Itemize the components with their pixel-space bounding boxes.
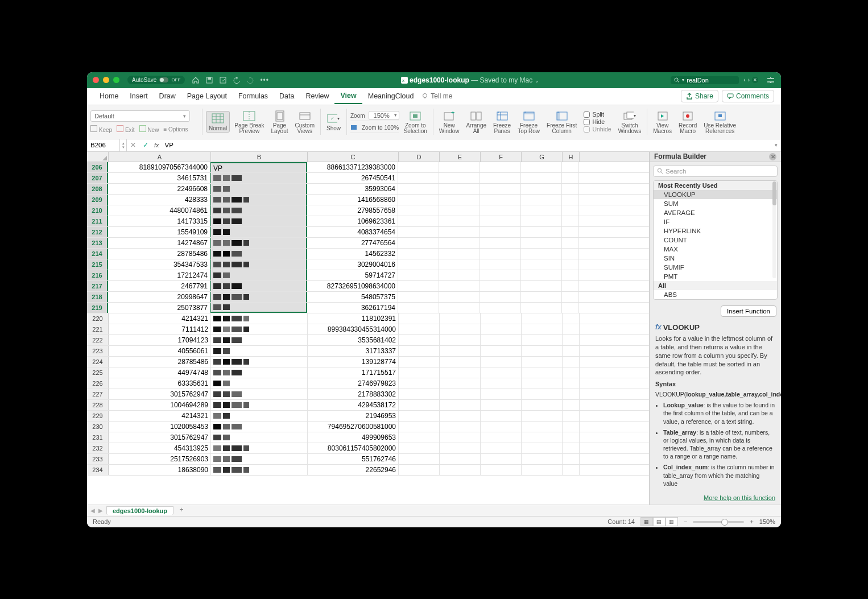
cell[interactable] xyxy=(211,422,308,432)
cell[interactable] xyxy=(562,227,579,237)
sheet-nav-prev[interactable]: ◀ xyxy=(90,507,95,514)
new-window-button[interactable]: +NewWindow xyxy=(437,109,462,135)
cell[interactable]: 803061157405802000 xyxy=(308,443,399,453)
formula-expand-button[interactable]: ▾ xyxy=(771,142,781,148)
cell[interactable]: 63335631 xyxy=(109,378,211,389)
cell[interactable] xyxy=(210,216,307,226)
cell[interactable] xyxy=(563,443,580,453)
column-header-C[interactable]: C xyxy=(308,152,399,162)
zoom-select[interactable]: 150% xyxy=(369,111,399,120)
arrange-all-button[interactable]: ArrangeAll xyxy=(464,109,489,135)
cell[interactable]: 44974748 xyxy=(109,367,211,378)
table-row[interactable]: 20734615731267450541 xyxy=(87,173,649,184)
row-header[interactable]: 233 xyxy=(87,454,109,464)
cell[interactable] xyxy=(211,465,308,475)
function-item[interactable]: SUM xyxy=(654,199,777,208)
cell[interactable] xyxy=(440,313,481,324)
cell[interactable] xyxy=(211,378,308,389)
hide-checkbox[interactable]: Hide xyxy=(584,118,611,125)
cell[interactable] xyxy=(211,335,308,345)
column-header-D[interactable]: D xyxy=(399,152,440,162)
close-window-button[interactable] xyxy=(93,77,99,83)
sheet-tab[interactable]: edges1000-lookup xyxy=(106,506,173,515)
cell[interactable]: 4480074861 xyxy=(108,205,210,216)
table-row[interactable]: 2332517526903551762746 xyxy=(87,454,649,465)
cell[interactable]: 14274867 xyxy=(108,238,210,248)
cell[interactable] xyxy=(480,195,521,205)
cell[interactable] xyxy=(481,313,522,324)
cell[interactable]: 3015762947 xyxy=(109,432,211,443)
cell[interactable] xyxy=(399,378,440,389)
cell[interactable] xyxy=(522,324,563,334)
cell[interactable] xyxy=(562,162,579,172)
cell[interactable] xyxy=(481,411,522,421)
table-row[interactable]: 2153543475333029004016 xyxy=(87,259,649,270)
cell[interactable] xyxy=(440,335,481,345)
page-layout-view-icon[interactable]: ▤ xyxy=(653,517,666,526)
row-header[interactable]: 226 xyxy=(87,378,109,389)
cell[interactable]: 25073877 xyxy=(108,303,210,313)
freeze-panes-button[interactable]: *FreezePanes xyxy=(491,109,513,135)
cell[interactable]: 499909653 xyxy=(308,432,399,443)
cell[interactable] xyxy=(440,443,481,453)
cell[interactable] xyxy=(439,238,480,248)
function-item[interactable]: MAX xyxy=(654,245,777,254)
share-button[interactable]: Share xyxy=(681,90,718,102)
cell[interactable] xyxy=(562,249,579,259)
cell[interactable] xyxy=(480,173,521,183)
cell[interactable]: 18638090 xyxy=(109,465,211,475)
autosave-toggle[interactable]: AutoSave OFF xyxy=(127,76,185,84)
row-header[interactable]: 224 xyxy=(87,357,109,367)
search-box[interactable]: ▾ realDon xyxy=(671,76,739,84)
cell[interactable]: 4083374654 xyxy=(307,227,398,237)
cell[interactable] xyxy=(439,216,480,226)
cell[interactable] xyxy=(562,281,579,291)
cell[interactable] xyxy=(480,249,521,259)
cell[interactable] xyxy=(211,411,308,421)
cell[interactable] xyxy=(399,324,440,334)
function-item[interactable]: HYPERLINK xyxy=(654,226,777,236)
cell[interactable] xyxy=(481,422,522,432)
cell[interactable] xyxy=(440,367,481,378)
cell[interactable] xyxy=(563,432,580,443)
cell[interactable] xyxy=(398,227,439,237)
function-item[interactable]: COUNT xyxy=(654,236,777,245)
table-row[interactable]: 206818910970567344000VP88661337123938300… xyxy=(87,162,649,173)
cell[interactable]: 4214321 xyxy=(109,313,211,324)
row-header[interactable]: 228 xyxy=(87,400,109,410)
cell[interactable] xyxy=(521,184,562,194)
cell[interactable] xyxy=(563,389,580,399)
row-header[interactable]: 215 xyxy=(87,259,108,270)
cell[interactable] xyxy=(398,184,439,194)
autosave-switch[interactable] xyxy=(159,77,168,82)
cell[interactable] xyxy=(210,184,307,194)
cell[interactable] xyxy=(481,357,522,367)
cell[interactable]: 428333 xyxy=(108,195,210,205)
row-header[interactable]: 221 xyxy=(87,324,109,334)
cell[interactable] xyxy=(562,184,579,194)
table-row[interactable]: 21820998647548057375 xyxy=(87,292,649,303)
row-header[interactable]: 220 xyxy=(87,313,109,324)
cell[interactable] xyxy=(399,389,440,399)
zoom-in-button[interactable]: + xyxy=(750,518,753,525)
cell[interactable] xyxy=(399,357,440,367)
row-header[interactable]: 211 xyxy=(87,216,108,226)
cell[interactable] xyxy=(522,313,563,324)
cell[interactable] xyxy=(211,313,308,324)
cell[interactable]: 1069623361 xyxy=(307,216,398,226)
sheet-nav-next[interactable]: ▶ xyxy=(98,507,103,514)
row-header[interactable]: 213 xyxy=(87,238,108,248)
tab-page-layout[interactable]: Page Layout xyxy=(181,92,233,100)
row-header[interactable]: 218 xyxy=(87,292,108,302)
cell[interactable] xyxy=(562,205,579,216)
cell[interactable] xyxy=(480,303,521,313)
table-row[interactable]: 2161721247459714727 xyxy=(87,270,649,281)
cell[interactable]: 2467791 xyxy=(108,281,210,291)
cell[interactable] xyxy=(563,400,580,410)
unhide-checkbox[interactable]: Unhide xyxy=(584,126,611,133)
cell[interactable]: 15549109 xyxy=(108,227,210,237)
cell[interactable] xyxy=(398,303,439,313)
custom-views-button[interactable]: CustomViews xyxy=(293,109,317,135)
row-header[interactable]: 231 xyxy=(87,432,109,443)
table-row[interactable]: 22810046942894294538172 xyxy=(87,400,649,411)
